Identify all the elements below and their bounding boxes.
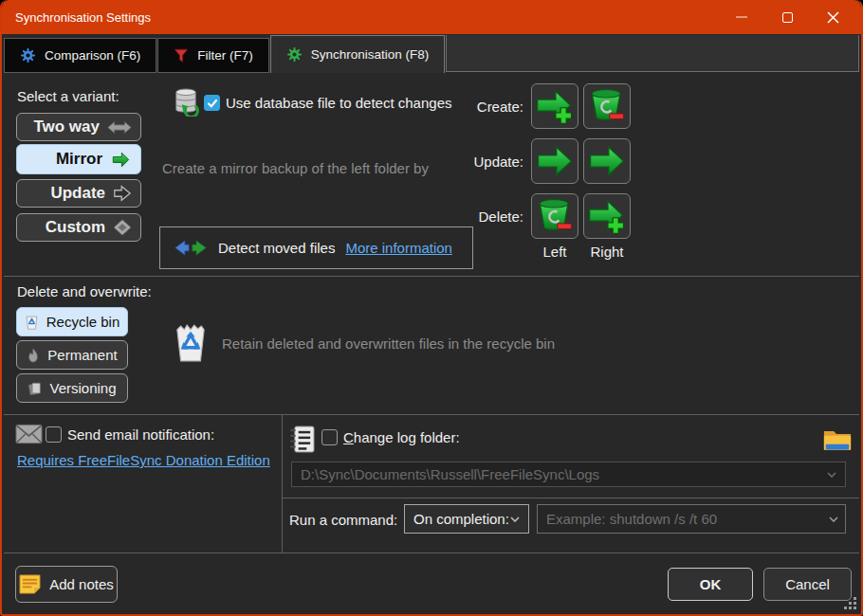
add-notes-button[interactable]: Add notes — [15, 566, 118, 603]
variant-two-way-button[interactable]: Two way — [16, 113, 141, 141]
update-right-action-button[interactable] — [583, 138, 631, 184]
more-information-link[interactable]: More information — [345, 240, 452, 256]
chevron-down-icon[interactable] — [829, 516, 838, 522]
recycle-bin-label: Recycle bin — [46, 314, 120, 330]
command-trigger-select[interactable]: On completion: — [404, 504, 529, 534]
detect-moved-files-label: Detect moved files — [218, 240, 335, 256]
sticky-note-icon — [19, 574, 41, 594]
custom-arrow-icon — [113, 219, 132, 236]
delete-right-action-button[interactable] — [583, 193, 631, 239]
variant-update-button[interactable]: Update — [16, 179, 141, 208]
update-left-action-button[interactable] — [531, 138, 578, 184]
change-log-folder-checkbox[interactable] — [321, 429, 338, 445]
send-email-checkbox[interactable] — [46, 426, 62, 443]
change-log-folder-label[interactable]: Change log folder: — [343, 429, 460, 445]
create-left-action-button[interactable] — [531, 83, 578, 129]
maximize-button[interactable] — [764, 0, 810, 34]
green-arrow-plus-icon — [535, 86, 575, 126]
variant-custom-button[interactable]: Custom — [16, 213, 141, 242]
left-column-label: Left — [531, 244, 578, 260]
tab-synchronisation[interactable]: Synchronisation (F8) — [270, 35, 446, 73]
command-input[interactable] — [537, 504, 846, 534]
footer-divider — [4, 553, 859, 553]
create-row-label: Create: — [448, 99, 523, 115]
versioning-button[interactable]: Versioning — [16, 373, 128, 403]
window-title: Synchronisation Settings — [15, 10, 151, 25]
variant-label-custom: Custom — [46, 218, 105, 237]
two-way-arrow-icon — [107, 119, 132, 136]
command-trigger-value: On completion: — [413, 511, 509, 527]
variant-label-two-way: Two way — [33, 118, 100, 136]
folder-icon — [822, 427, 853, 453]
recycle-bin-small-icon — [25, 314, 39, 330]
permanent-button[interactable]: Permanent — [16, 340, 128, 370]
versioning-icon — [28, 381, 42, 396]
green-trash-minus-icon — [587, 86, 627, 126]
flame-icon — [27, 348, 40, 363]
cancel-label: Cancel — [785, 576, 830, 592]
green-trash-minus-icon — [535, 196, 575, 236]
synchronisation-settings-dialog: Synchronisation Settings Comparison (F6)… — [0, 0, 863, 616]
log-folder-path: D:\Sync\Documents\Russell\FreeFileSync\L… — [301, 466, 599, 482]
donation-edition-link[interactable]: Requires FreeFileSync Donation Edition — [17, 452, 270, 468]
ok-button[interactable]: OK — [668, 568, 753, 601]
delete-row-label: Delete: — [448, 208, 523, 225]
tab-comparison[interactable]: Comparison (F6) — [4, 38, 156, 73]
tab-label: Comparison (F6) — [45, 48, 140, 63]
section-divider — [4, 276, 859, 277]
browse-folder-button[interactable] — [819, 423, 855, 457]
section-divider — [283, 498, 859, 498]
gear-green-icon — [286, 46, 303, 63]
green-arrow-icon — [535, 141, 575, 181]
check-icon — [207, 98, 218, 109]
versioning-label: Versioning — [49, 380, 116, 396]
tab-label: Filter (F7) — [197, 48, 253, 63]
resize-grip[interactable] — [844, 597, 857, 610]
green-arrow-plus-icon — [587, 196, 627, 236]
variant-label-mirror: Mirror — [56, 150, 102, 169]
create-right-action-button[interactable] — [583, 83, 631, 129]
recycle-bin-large-icon — [174, 323, 207, 363]
mirror-description: Create a mirror backup of the left folde… — [162, 160, 429, 176]
ok-label: OK — [700, 576, 722, 592]
right-column-label: Right — [583, 244, 631, 260]
variant-label-update: Update — [50, 184, 105, 203]
envelope-icon — [15, 424, 43, 444]
tab-filter[interactable]: Filter (F7) — [157, 38, 269, 73]
send-email-label[interactable]: Send email notification: — [67, 426, 214, 443]
delete-left-action-button[interactable] — [531, 193, 578, 239]
close-button[interactable] — [810, 0, 855, 34]
cancel-button[interactable]: Cancel — [763, 568, 852, 601]
titlebar[interactable]: Synchronisation Settings — [2, 0, 861, 34]
mirror-arrow-icon — [110, 151, 132, 169]
add-notes-label: Add notes — [49, 576, 114, 592]
chevron-down-icon — [510, 516, 520, 522]
moved-files-icon — [174, 238, 208, 258]
close-icon — [826, 10, 840, 25]
tab-bar-filler — [446, 35, 859, 72]
mnemonic: C — [343, 429, 354, 445]
gear-blue-icon — [20, 47, 36, 63]
minimize-button[interactable] — [719, 0, 764, 34]
update-row-label: Update: — [448, 154, 523, 170]
run-command-label: Run a command: — [289, 512, 397, 528]
maximize-icon — [782, 12, 793, 23]
tab-label: Synchronisation (F8) — [311, 47, 430, 62]
minimize-icon — [736, 16, 747, 18]
variant-mirror-button[interactable]: Mirror — [16, 144, 141, 174]
recycle-bin-button[interactable]: Recycle bin — [16, 307, 128, 336]
database-icon — [173, 87, 199, 117]
chevron-down-icon — [827, 472, 836, 478]
retain-description: Retain deleted and overwritten files in … — [222, 335, 555, 352]
use-database-label[interactable]: Use database file to detect changes — [226, 95, 452, 111]
section-divider — [282, 415, 283, 553]
log-folder-path-combobox[interactable]: D:\Sync\Documents\Russell\FreeFileSync\L… — [291, 462, 846, 487]
section-divider — [4, 414, 859, 415]
log-file-icon — [289, 426, 315, 453]
green-arrow-icon — [587, 141, 627, 181]
use-database-checkbox[interactable] — [204, 95, 220, 111]
funnel-icon — [174, 48, 189, 63]
label-rest: hange log folder: — [354, 429, 460, 445]
variant-label: Select a variant: — [17, 88, 119, 104]
detect-moved-files-box: Detect moved files More information — [159, 226, 473, 269]
